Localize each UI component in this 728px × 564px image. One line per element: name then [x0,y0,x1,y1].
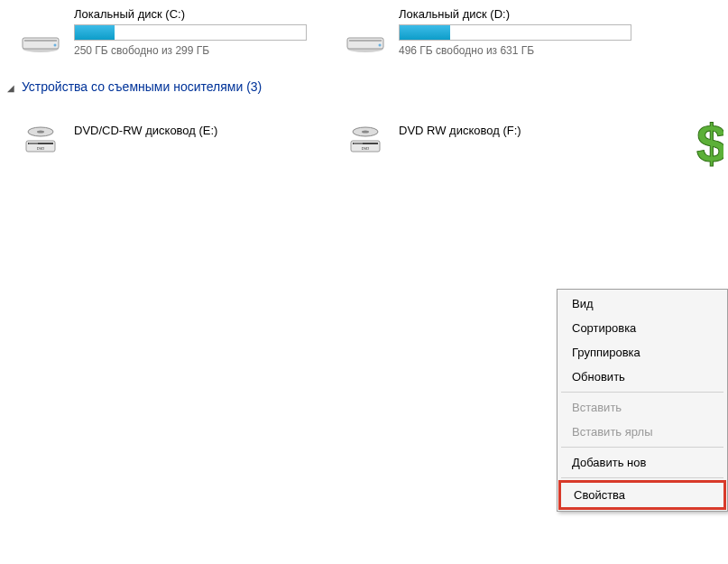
menu-separator [561,392,723,393]
svg-text:DVD: DVD [362,146,370,151]
removable-name: DVD RW дисковод (F:) [399,124,521,137]
drive-space-text: 496 ГБ свободно из 631 ГБ [399,44,631,57]
progress-bar [74,24,307,41]
svg-text:$: $ [696,117,723,174]
menu-group[interactable]: Группировка [559,340,725,365]
removable-section-header[interactable]: ◢ Устройства со съемными носителями (3) [7,79,728,94]
progress-fill [400,25,450,40]
menu-refresh[interactable]: Обновить [559,365,725,389]
svg-rect-1 [23,38,59,49]
svg-rect-5 [347,38,383,49]
drive-item-c[interactable]: Локальный диск (C:) 250 ГБ свободно из 2… [18,7,307,57]
menu-sort[interactable]: Сортировка [559,316,725,340]
svg-rect-2 [24,40,57,42]
menu-separator [561,477,723,478]
svg-point-3 [54,44,57,47]
drive-name: Локальный диск (D:) [399,7,631,21]
menu-properties[interactable]: Свойства [558,480,726,510]
menu-paste: Вставить [559,395,725,420]
svg-rect-18 [354,143,363,144]
section-label: Устройства со съемными носителями (3) [22,79,262,94]
drive-name: Локальный диск (C:) [74,7,307,21]
dvd-drive-e[interactable]: DVD DVD/CD-RW дисковод (E:) [18,107,307,156]
menu-add-new[interactable]: Добавить нов [559,450,725,475]
svg-point-15 [362,131,369,134]
svg-rect-12 [29,143,38,144]
progress-bar [399,24,631,41]
context-menu: Вид Сортировка Группировка Обновить Вста… [557,289,728,512]
menu-paste-shortcut: Вставить ярлы [559,420,725,444]
dollar-icon: $ [687,117,723,178]
svg-point-7 [379,44,382,47]
progress-fill [75,25,115,40]
svg-rect-6 [349,40,382,42]
svg-point-9 [37,131,44,134]
menu-view[interactable]: Вид [559,291,725,316]
drive-item-d[interactable]: Локальный диск (D:) 496 ГБ свободно из 6… [343,7,631,57]
hard-drive-icon [18,20,63,56]
drive-space-text: 250 ГБ свободно из 299 ГБ [74,44,307,57]
expand-arrow-icon: ◢ [7,83,14,93]
hard-drive-icon [343,20,388,56]
menu-separator [561,447,723,448]
dvd-drive-f[interactable]: DVD DVD RW дисковод (F:) [343,107,631,156]
svg-text:DVD: DVD [37,146,45,151]
dvd-drive-icon: DVD [18,120,63,156]
removable-name: DVD/CD-RW дисковод (E:) [74,124,217,137]
dvd-drive-icon: DVD [343,120,388,156]
